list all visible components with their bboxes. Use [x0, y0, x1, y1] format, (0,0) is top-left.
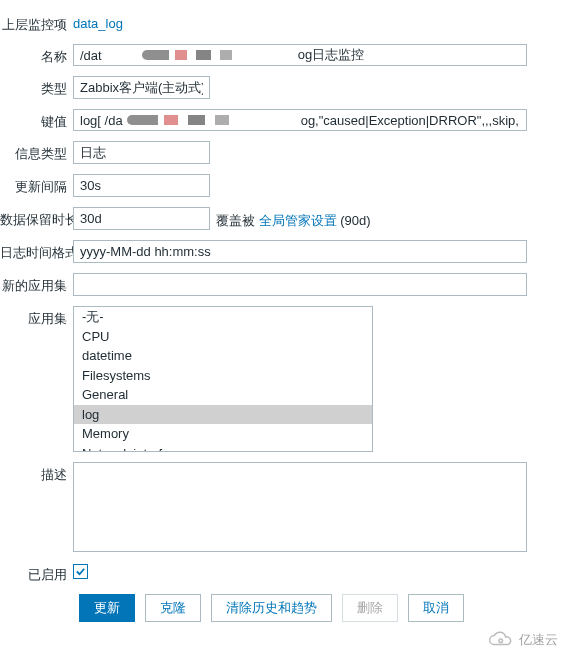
history-input[interactable] [73, 207, 210, 230]
label-parent: 上层监控项 [0, 12, 73, 34]
appset-option[interactable]: datetime [74, 346, 372, 366]
row-parent: 上层监控项 data_log [0, 12, 566, 34]
key-input[interactable]: log[ /da og,"caused|Exception|DRROR",,,s… [73, 109, 527, 131]
row-key: 键值 log[ /da og,"caused|Exception|DRROR",… [0, 109, 566, 131]
row-appset: 应用集 -无-CPUdatetimeFilesystemsGenerallogM… [0, 306, 566, 452]
label-name: 名称 [0, 44, 73, 66]
svg-point-0 [499, 639, 503, 643]
label-appset: 应用集 [0, 306, 73, 328]
row-enabled: 已启用 [0, 562, 566, 584]
appset-option[interactable]: -无- [74, 307, 372, 327]
logfmt-input[interactable] [73, 240, 527, 263]
name-input[interactable]: /dat og日志监控 [73, 44, 527, 66]
cloud-icon [485, 631, 515, 649]
new-appset-input[interactable] [73, 273, 527, 296]
watermark-text: 亿速云 [519, 631, 558, 649]
watermark: 亿速云 [485, 631, 558, 649]
row-interval: 更新间隔 [0, 174, 566, 197]
redaction [127, 115, 297, 125]
appset-option[interactable]: Filesystems [74, 366, 372, 386]
appset-option[interactable]: log [74, 405, 372, 425]
delete-button: 删除 [342, 594, 398, 622]
label-new-appset: 新的应用集 [0, 273, 73, 295]
label-key: 键值 [0, 109, 73, 131]
label-enabled: 已启用 [0, 562, 73, 584]
row-history: 数据保留时长 覆盖被 全局管家设置 (90d) [0, 207, 566, 230]
history-hint: 覆盖被 全局管家设置 (90d) [216, 208, 371, 230]
appset-list[interactable]: -无-CPUdatetimeFilesystemsGenerallogMemor… [73, 306, 373, 452]
description-input[interactable] [73, 462, 527, 552]
label-description: 描述 [0, 462, 73, 484]
row-type: 类型 [0, 76, 566, 99]
row-info-type: 信息类型 [0, 141, 566, 164]
parent-link[interactable]: data_log [73, 16, 123, 31]
row-description: 描述 [0, 462, 566, 552]
redaction [142, 50, 292, 60]
check-icon [75, 566, 86, 577]
row-new-appset: 新的应用集 [0, 273, 566, 296]
clear-history-button[interactable]: 清除历史和趋势 [211, 594, 332, 622]
row-logfmt: 日志时间格式 [0, 240, 566, 263]
global-override-link[interactable]: 全局管家设置 [259, 213, 337, 228]
update-button[interactable]: 更新 [79, 594, 135, 622]
cancel-button[interactable]: 取消 [408, 594, 464, 622]
appset-option[interactable]: CPU [74, 327, 372, 347]
appset-option[interactable]: General [74, 385, 372, 405]
appset-option[interactable]: Memory [74, 424, 372, 444]
info-type-select[interactable] [73, 141, 210, 164]
label-logfmt: 日志时间格式 [0, 240, 73, 262]
clone-button[interactable]: 克隆 [145, 594, 201, 622]
enabled-checkbox[interactable] [73, 564, 88, 579]
item-form: 上层监控项 data_log 名称 /dat og日志监控 类型 键值 log[… [0, 0, 566, 622]
button-bar: 更新 克隆 清除历史和趋势 删除 取消 [79, 594, 566, 622]
label-type: 类型 [0, 76, 73, 98]
label-interval: 更新间隔 [0, 174, 73, 196]
interval-input[interactable] [73, 174, 210, 197]
label-history: 数据保留时长 [0, 207, 73, 229]
appset-option[interactable]: Network interfaces [74, 444, 372, 452]
row-name: 名称 /dat og日志监控 [0, 44, 566, 66]
type-select[interactable] [73, 76, 210, 99]
label-info-type: 信息类型 [0, 141, 73, 163]
